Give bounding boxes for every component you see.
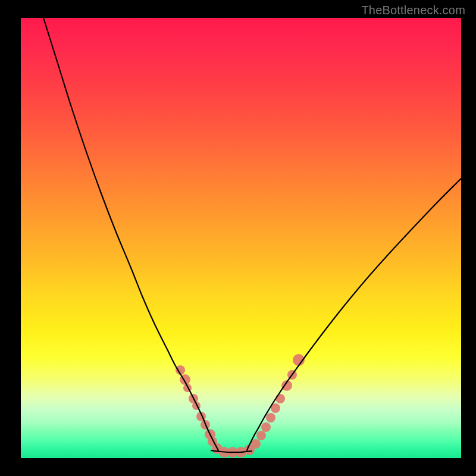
dot: [176, 365, 185, 375]
dot: [275, 394, 285, 403]
floor-curve: [211, 450, 252, 452]
outer-frame: TheBottleneck.com: [0, 0, 476, 476]
watermark-text: TheBottleneck.com: [361, 4, 465, 17]
dot: [212, 443, 223, 454]
dot: [236, 447, 246, 458]
dot: [208, 437, 217, 446]
dot: [261, 422, 271, 432]
dot: [183, 384, 192, 392]
dot: [180, 374, 190, 385]
dot: [219, 447, 230, 458]
chart-svg: [21, 18, 461, 458]
dots-layer: [176, 354, 305, 458]
plot-area: [21, 18, 461, 458]
dot: [227, 447, 238, 458]
right-curve: [247, 178, 461, 450]
dot: [251, 439, 261, 449]
dot: [244, 444, 255, 455]
dot: [192, 402, 201, 410]
dot: [266, 413, 275, 422]
dot: [189, 394, 198, 403]
dot: [256, 431, 266, 440]
dot: [287, 370, 297, 380]
dot: [205, 429, 215, 440]
dot: [201, 420, 210, 430]
left-curve: [43, 18, 218, 450]
dot: [281, 380, 292, 391]
dot: [196, 412, 206, 421]
dot: [293, 354, 305, 366]
dot: [271, 403, 280, 413]
